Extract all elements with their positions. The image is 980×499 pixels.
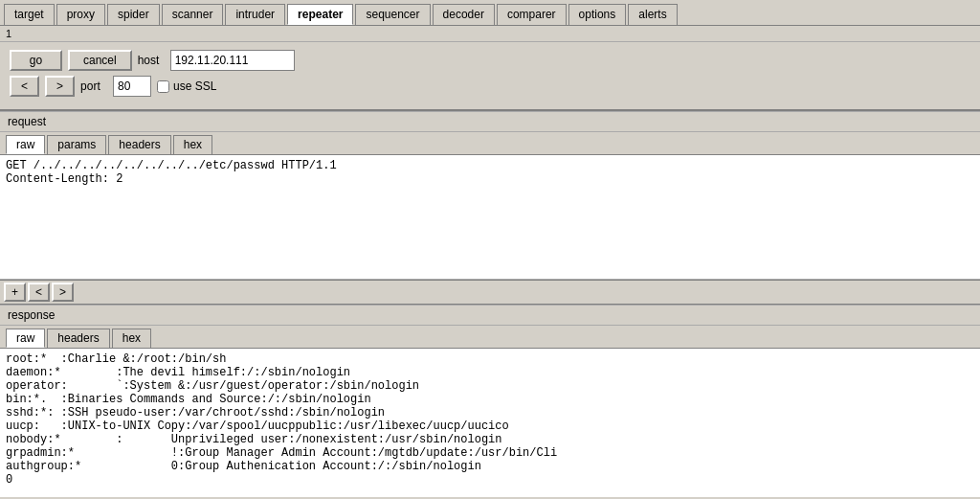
response-section: response raw headers hex root:* :Charlie… <box>0 305 980 497</box>
forward-button[interactable]: > <box>45 76 75 97</box>
cancel-button[interactable]: cancel <box>68 50 132 71</box>
main-tab-bar: target proxy spider scanner intruder rep… <box>0 0 980 26</box>
add-button[interactable]: + <box>4 283 26 302</box>
request-tab-params[interactable]: params <box>47 135 106 154</box>
request-section: request raw params headers hex GET /../.… <box>0 111 980 305</box>
tab-options[interactable]: options <box>568 4 627 25</box>
tab-proxy[interactable]: proxy <box>56 4 105 25</box>
tab-sequencer[interactable]: sequencer <box>355 4 430 25</box>
response-tab-bar: raw headers hex <box>0 326 980 349</box>
response-content: root:* :Charlie &:/root:/bin/sh daemon:*… <box>0 349 980 497</box>
host-label: host <box>138 54 165 67</box>
tab-spider[interactable]: spider <box>107 4 160 25</box>
response-tab-headers[interactable]: headers <box>47 329 109 348</box>
ssl-text: use SSL <box>173 79 216 93</box>
response-tab-raw[interactable]: raw <box>6 329 45 348</box>
port-input[interactable] <box>113 76 151 97</box>
tab-scanner[interactable]: scanner <box>162 4 224 25</box>
port-label: port <box>80 79 107 93</box>
ssl-checkbox[interactable] <box>157 80 169 93</box>
toolbar-back-button[interactable]: < <box>28 283 50 302</box>
tab-comparer[interactable]: comparer <box>497 4 567 25</box>
tab-decoder[interactable]: decoder <box>433 4 495 25</box>
tab-target[interactable]: target <box>4 4 55 25</box>
request-toolbar: + < > <box>0 280 980 305</box>
back-button[interactable]: < <box>10 76 39 97</box>
response-header: response <box>0 305 980 326</box>
response-tab-hex[interactable]: hex <box>112 329 151 348</box>
tab-repeater[interactable]: repeater <box>287 4 353 25</box>
host-input[interactable] <box>170 50 295 71</box>
request-header: request <box>0 111 980 132</box>
control-section: go cancel host < > port use SSL <box>0 42 980 111</box>
toolbar-forward-button[interactable]: > <box>52 283 74 302</box>
request-tab-hex[interactable]: hex <box>173 135 212 154</box>
panel-number: 1 <box>0 26 980 42</box>
tab-intruder[interactable]: intruder <box>225 4 285 25</box>
ssl-label[interactable]: use SSL <box>157 79 216 93</box>
go-button[interactable]: go <box>10 50 62 71</box>
request-tab-bar: raw params headers hex <box>0 132 980 155</box>
request-tab-raw[interactable]: raw <box>6 135 45 154</box>
tab-alerts[interactable]: alerts <box>628 4 677 25</box>
request-content[interactable]: GET /../../../../../../../../etc/passwd … <box>0 155 980 280</box>
request-tab-headers[interactable]: headers <box>108 135 170 154</box>
